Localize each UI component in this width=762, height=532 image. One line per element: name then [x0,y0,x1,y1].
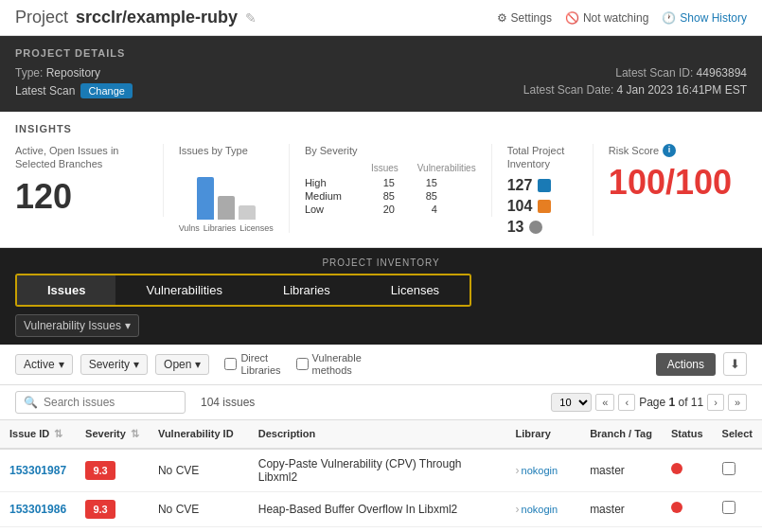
total-inventory-card: Total Project Inventory 127 104 13 [492,144,594,236]
col-status: Status [662,420,713,449]
search-input[interactable] [44,396,177,409]
col-severity: Severity ⇅ [76,420,149,449]
active-filter[interactable]: Active ▾ [15,354,73,375]
severity-val-low-issues: 20 [371,204,395,215]
vulnerable-methods-label: Vulnerablemethods [312,352,362,377]
direct-libraries-checkbox[interactable] [224,358,237,370]
severity-badge: 9.3 [85,500,115,519]
project-label: Project [15,8,68,27]
by-severity-label: By Severity [305,144,476,157]
details-right: Latest Scan ID: 44963894 Latest Scan Dat… [523,66,747,100]
type-row: Type: Repository [15,66,133,80]
tab-libraries[interactable]: Libraries [253,275,361,305]
open-label: Open [164,358,191,371]
severity-val-medium-issues: 85 [371,190,395,202]
issue-id-link[interactable]: 153301986 [9,503,66,516]
cell-library: ›actionpack [506,526,581,532]
next-page-btn[interactable]: › [707,394,724,411]
library-link[interactable]: nokogin [522,465,558,476]
actions-button[interactable]: Actions [656,353,716,376]
severity-row-low: Low 20 4 [305,204,476,215]
by-severity-card: By Severity Issues Vulnerabilities High … [290,144,492,217]
latest-scan-date-row: Latest Scan Date: 4 Jan 2023 16:41PM EST [523,83,747,97]
col-issue-id: Issue ID ⇅ [0,420,76,449]
details-row: Type: Repository Latest Scan Change Late… [15,66,747,100]
chart-labels: Vulns Libraries Licenses [179,223,274,233]
severity-filter[interactable]: Severity ▾ [80,354,148,375]
change-button[interactable]: Change [80,83,133,98]
severity-label-medium: Medium [305,190,352,202]
direct-libraries-group: DirectLibraries [224,352,280,377]
tab-vulnerabilities[interactable]: Vulnerabilities [115,275,252,305]
row-select-checkbox[interactable] [722,462,735,475]
page-header: Project srcclr/example-ruby ✎ ⚙ Settings… [0,0,762,36]
severity-arrow: ▾ [133,358,139,371]
issues-by-type-chart: Vulns Libraries Licenses [179,163,274,233]
cell-vuln-id: CVE-2019-5419 [149,526,249,532]
last-page-btn[interactable]: » [728,394,747,411]
not-watching-button[interactable]: 🚫 Not watching [565,11,648,25]
cell-description: Heap-Based Buffer Overflow In Libxml2 [249,491,506,526]
insights-grid: Active, Open Issues in Selected Branches… [15,144,747,236]
table-row: 153301986 9.3 No CVE Heap-Based Buffer O… [0,491,762,526]
history-icon: 🕐 [662,11,676,25]
active-issues-value: 120 [15,177,148,217]
severity-col-vulns: Vulnerabilities [417,163,476,173]
settings-button[interactable]: ⚙ Settings [497,11,552,25]
inventory-item-3: 13 [507,219,577,236]
risk-score-value: 100/100 [609,163,732,203]
cell-select [713,526,762,532]
download-icon: ⬇ [730,357,740,371]
type-label: Type: [15,66,43,80]
cell-library: ›nokogin [506,491,581,526]
insights-section: INSIGHTS Active, Open Issues in Selected… [0,112,762,248]
cell-vuln-id: No CVE [149,449,249,492]
chart-label-vulns: Vulns [179,223,200,233]
severity-label-high: High [305,177,352,188]
download-button[interactable]: ⬇ [723,352,747,376]
row-select-checkbox[interactable] [722,501,735,514]
inventory-item-1: 127 [507,177,577,194]
search-box: 🔍 [15,391,186,414]
chart-label-libraries: Libraries [204,223,237,233]
project-details-title: PROJECT DETAILS [15,47,747,59]
active-issues-label: Active, Open Issues in Selected Branches [15,144,148,171]
prev-page-btn[interactable]: ‹ [618,394,635,411]
page-size-select[interactable]: 10 25 50 [551,393,592,412]
library-arrow: › [516,503,520,516]
col-branch-tag: Branch / Tag [580,420,662,449]
edit-icon[interactable]: ✎ [245,10,257,26]
cell-select [713,449,762,492]
chart-bars [197,163,256,220]
tabs-section: PROJECT INVENTORY Issues Vulnerabilities… [0,248,762,307]
tab-licenses[interactable]: Licenses [361,275,470,305]
dropdown-arrow: ▾ [125,319,131,332]
first-page-btn[interactable]: « [595,394,614,411]
controls-row: Active ▾ Severity ▾ Open ▾ DirectLibrari… [0,345,762,385]
cell-library: ›nokogin [506,449,581,492]
show-history-button[interactable]: 🕐 Show History [662,11,747,25]
cell-description: Denial Of Service (DoS) [249,526,506,532]
open-filter[interactable]: Open ▾ [155,354,209,375]
severity-badge: 9.3 [85,461,115,480]
library-link[interactable]: nokogin [522,504,558,515]
project-inventory-label: PROJECT INVENTORY [15,257,747,268]
latest-scan-id-row: Latest Scan ID: 44963894 [523,66,747,80]
vulnerability-issues-dropdown[interactable]: Vulnerability Issues ▾ [15,314,139,337]
cell-branch: master [580,526,662,532]
latest-scan-label: Latest Scan [15,84,75,98]
insights-title: INSIGHTS [15,123,747,134]
severity-val-low-vulns: 4 [414,204,437,215]
bar-licenses [239,205,256,220]
issue-id-link[interactable]: 153301987 [9,464,66,477]
filter-section: Vulnerability Issues ▾ [0,307,762,345]
severity-table: Issues Vulnerabilities High 15 15 Medium… [305,163,476,215]
issues-table: Issue ID ⇅ Severity ⇅ Vulnerability ID D… [0,420,762,532]
inventory-icon-1 [538,179,551,192]
tab-issues[interactable]: Issues [17,275,115,305]
vulnerable-methods-checkbox[interactable] [296,358,309,370]
bar-vulns [197,177,214,220]
status-dot [671,463,682,474]
cell-branch: master [580,491,662,526]
tabs-row: Issues Vulnerabilities Libraries License… [15,274,471,307]
